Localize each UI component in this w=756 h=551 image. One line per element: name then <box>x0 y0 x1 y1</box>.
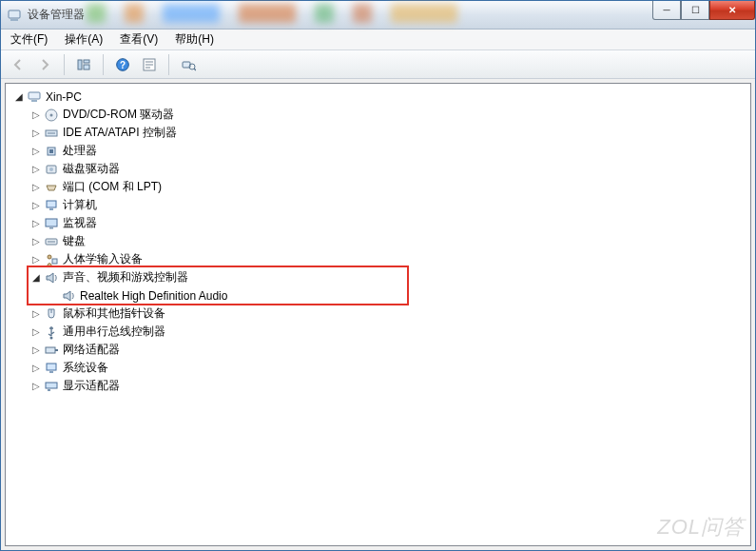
svg-point-17 <box>50 113 53 116</box>
node-label: 声音、视频和游戏控制器 <box>63 269 188 285</box>
menu-action[interactable]: 操作(A) <box>65 31 103 48</box>
toolbar-separator <box>103 54 104 75</box>
tree-node-mouse[interactable]: ▷ 鼠标和其他指针设备 <box>25 305 750 323</box>
svg-rect-37 <box>49 371 53 373</box>
expand-arrow-icon[interactable]: ▷ <box>30 164 42 175</box>
close-button[interactable]: ✕ <box>709 1 755 20</box>
tree-node-disk[interactable]: ▷ 磁盘驱动器 <box>25 160 750 178</box>
minimize-button[interactable]: ─ <box>652 1 681 20</box>
app-icon <box>7 8 22 23</box>
show-hide-tree-button[interactable] <box>72 53 95 76</box>
maximize-button[interactable]: ☐ <box>681 1 709 20</box>
menu-view[interactable]: 查看(V) <box>120 31 158 48</box>
device-tree-panel[interactable]: ◢ Xin-PC ▷ DVD/CD-ROM 驱动器 <box>5 83 751 546</box>
tree-node-computer[interactable]: ▷ 计算机 <box>25 196 750 214</box>
node-label: 磁盘驱动器 <box>63 161 120 177</box>
speaker-icon <box>44 270 59 285</box>
expand-arrow-icon[interactable]: ▷ <box>30 182 42 193</box>
tree-node-usb[interactable]: ▷ 通用串行总线控制器 <box>25 323 750 341</box>
svg-line-13 <box>194 69 196 70</box>
speaker-icon <box>61 288 76 304</box>
node-label: 通用串行总线控制器 <box>63 324 165 340</box>
tree-node-sound[interactable]: ◢ 声音、视频和游戏控制器 <box>25 268 750 286</box>
svg-rect-14 <box>29 92 40 99</box>
scan-hardware-button[interactable] <box>177 53 200 76</box>
disk-icon <box>44 162 59 177</box>
expand-arrow-icon[interactable]: ▷ <box>30 326 42 338</box>
tree-node-ide[interactable]: ▷ IDE ATA/ATAPI 控制器 <box>25 124 750 142</box>
window-controls: ─ ☐ ✕ <box>652 1 755 22</box>
tree-node-network[interactable]: ▷ 网络适配器 <box>25 341 750 359</box>
menu-help[interactable]: 帮助(H) <box>175 31 214 48</box>
node-label: 鼠标和其他指针设备 <box>63 305 165 322</box>
hid-icon <box>44 252 59 267</box>
svg-rect-38 <box>46 383 57 388</box>
tree-node-hid[interactable]: ▷ 人体学输入设备 <box>25 250 750 268</box>
svg-rect-15 <box>31 100 37 102</box>
tree-node-ports[interactable]: ▷ 端口 (COM 和 LPT) <box>25 178 750 196</box>
expand-arrow-icon[interactable]: ▷ <box>30 344 42 356</box>
tree-node-display[interactable]: ▷ 显示适配器 <box>25 377 750 395</box>
network-icon <box>44 343 59 358</box>
menu-file[interactable]: 文件(F) <box>10 31 48 48</box>
tree-root-node[interactable]: ◢ Xin-PC <box>8 88 750 106</box>
svg-rect-4 <box>84 65 89 69</box>
expand-arrow-icon[interactable]: ▷ <box>30 363 42 374</box>
expand-arrow-icon[interactable]: ▷ <box>30 128 42 139</box>
port-icon <box>44 180 59 195</box>
controller-icon <box>44 126 59 141</box>
node-label: Realtek High Definition Audio <box>80 289 227 303</box>
monitor-icon <box>44 216 59 231</box>
expand-arrow-icon[interactable]: ◢ <box>13 91 25 103</box>
expand-arrow-icon[interactable]: ▷ <box>30 218 42 229</box>
node-label: 网络适配器 <box>63 342 120 358</box>
expand-arrow-icon[interactable]: ◢ <box>30 272 42 284</box>
expand-arrow-icon[interactable]: ▷ <box>30 254 42 266</box>
tree-node-cpu[interactable]: ▷ 处理器 <box>25 142 750 160</box>
svg-rect-36 <box>47 364 56 370</box>
node-label: DVD/CD-ROM 驱动器 <box>63 107 174 123</box>
expand-arrow-icon[interactable]: ▷ <box>30 236 42 247</box>
node-label: 显示适配器 <box>63 378 120 394</box>
tree-node-dvd[interactable]: ▷ DVD/CD-ROM 驱动器 <box>25 106 750 124</box>
tree-node-realtek[interactable]: ▷ Realtek High Definition Audio <box>42 286 750 305</box>
svg-rect-1 <box>10 19 18 21</box>
svg-rect-35 <box>55 349 58 351</box>
expand-arrow-icon[interactable]: ▷ <box>30 200 42 211</box>
display-adapter-icon <box>44 379 59 394</box>
expand-arrow-icon[interactable]: ▷ <box>30 381 42 392</box>
node-label: 人体学输入设备 <box>63 251 143 267</box>
help-button[interactable]: ? <box>111 53 134 76</box>
toolbar: ? <box>1 50 755 79</box>
svg-rect-0 <box>9 10 20 18</box>
node-label: IDE ATA/ATAPI 控制器 <box>63 125 177 141</box>
svg-rect-2 <box>78 60 82 69</box>
svg-point-30 <box>48 255 51 259</box>
keyboard-icon <box>44 234 59 249</box>
disc-drive-icon <box>44 108 59 123</box>
svg-rect-24 <box>47 201 56 207</box>
usb-icon <box>44 325 59 340</box>
svg-rect-3 <box>84 60 89 63</box>
tree-node-system[interactable]: ▷ 系统设备 <box>25 359 750 377</box>
node-label: 监视器 <box>63 215 97 231</box>
titlebar: 设备管理器 ─ ☐ ✕ <box>1 1 755 30</box>
cpu-icon <box>44 144 59 159</box>
expand-arrow-icon[interactable]: ▷ <box>30 308 42 320</box>
node-label: 计算机 <box>63 197 97 213</box>
svg-text:?: ? <box>120 60 126 70</box>
mouse-icon <box>44 306 59 322</box>
properties-button[interactable] <box>138 53 161 76</box>
tree-node-keyboard[interactable]: ▷ 键盘 <box>25 232 750 250</box>
content-area: ◢ Xin-PC ▷ DVD/CD-ROM 驱动器 <box>1 79 755 550</box>
node-label: 键盘 <box>63 233 86 249</box>
nav-back-button[interactable] <box>7 53 29 76</box>
expand-arrow-icon[interactable]: ▷ <box>30 146 42 157</box>
tree-node-monitor[interactable]: ▷ 监视器 <box>25 214 750 232</box>
window-title: 设备管理器 <box>28 7 85 23</box>
toolbar-separator <box>64 54 65 75</box>
svg-rect-27 <box>49 227 53 229</box>
expand-arrow-icon[interactable]: ▷ <box>30 109 42 121</box>
nav-forward-button[interactable] <box>33 53 56 76</box>
node-label: 系统设备 <box>63 360 108 376</box>
